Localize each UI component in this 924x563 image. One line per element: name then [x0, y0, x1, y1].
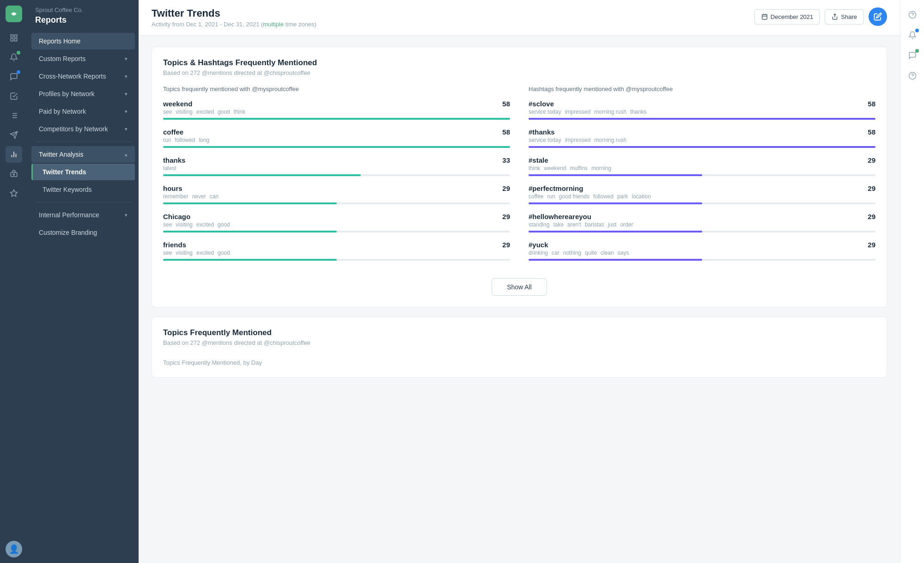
chevron-icon: ▾ [125, 109, 128, 115]
sidebar-item-profiles-by-network[interactable]: Profiles by Network ▾ [31, 86, 135, 102]
topic-tags: remembernevercan [163, 193, 510, 200]
sidebar-label-custom-reports: Custom Reports [39, 55, 85, 62]
topic-tags: seevisitingexcitedgood [163, 250, 510, 256]
multiple-timezones-link[interactable]: multiple [263, 21, 284, 28]
sidebar-label-customize-branding: Customize Branding [39, 229, 97, 236]
sidebar-item-cross-network[interactable]: Cross-Network Reports ▾ [31, 68, 135, 85]
sidebar-item-reports-home[interactable]: Reports Home [31, 33, 135, 49]
logo[interactable] [6, 6, 22, 22]
sidebar-label-paid-by-network: Paid by Network [39, 108, 86, 115]
progress-bar [163, 259, 510, 261]
question-right-icon[interactable] [904, 67, 921, 84]
hashtag-tags: standingtakearen'tbaristasjustorder [529, 221, 875, 228]
chevron-icon: ▾ [125, 73, 128, 80]
sidebar-divider-2 [35, 202, 131, 202]
nav-star-icon[interactable] [6, 185, 22, 202]
hashtag-row-yuck: #yuck 29 drinkingcarnothingquitecleansay… [529, 241, 875, 261]
topic-name: thanks [163, 156, 185, 164]
svg-rect-15 [11, 172, 17, 177]
nav-compose-icon[interactable] [6, 30, 22, 46]
compose-fab-button[interactable] [869, 7, 887, 26]
hashtag-name: #thanks [529, 128, 555, 136]
progress-fill [163, 231, 337, 233]
svg-rect-2 [11, 39, 13, 41]
header-text-group: Twitter Trends Activity from Dec 1, 2021… [152, 7, 316, 28]
hashtag-count: 29 [868, 213, 875, 220]
topic-name: Chicago [163, 213, 190, 220]
message-badge [17, 70, 20, 74]
progress-bar [163, 174, 510, 176]
nav-lists-icon[interactable] [6, 107, 22, 124]
chevron-icon: ▾ [125, 56, 128, 62]
nav-notifications-icon[interactable] [6, 49, 22, 66]
topic-row-hours: hours 29 remembernevercan [163, 184, 510, 204]
hashtag-count: 29 [868, 156, 875, 164]
sidebar-label-twitter-keywords: Twitter Keywords [43, 186, 92, 193]
sidebar-item-internal-performance[interactable]: Internal Performance ▾ [31, 207, 135, 223]
topics-hashtags-card: Topics & Hashtags Frequently Mentioned B… [152, 47, 887, 307]
hashtag-name: #hellowhereareyou [529, 213, 591, 220]
topic-row-friends: friends 29 seevisitingexcitedgood [163, 241, 510, 261]
topic-row-weekend: weekend 58 seevisitingexcitedgoodthink [163, 100, 510, 120]
topic-count: 33 [502, 156, 510, 164]
sidebar-label-reports-home: Reports Home [39, 37, 80, 45]
date-picker-button[interactable]: December 2021 [754, 9, 821, 24]
card2-subtitle: Based on 272 @mentions directed at @chis… [163, 339, 875, 346]
topic-name: weekend [163, 100, 192, 108]
chevron-icon: ▾ [125, 212, 128, 218]
progress-fill [163, 202, 337, 204]
sidebar-item-twitter-analysis[interactable]: Twitter Analysis ▴ [31, 146, 135, 163]
hashtag-tags: service todayimpressedmorning rush [529, 137, 875, 143]
svg-rect-0 [11, 35, 13, 37]
progress-bar [529, 118, 875, 120]
card1-title: Topics & Hashtags Frequently Mentioned [163, 58, 875, 67]
help-icon[interactable] [904, 6, 921, 23]
chevron-icon: ▾ [125, 126, 128, 132]
sidebar-label-profiles-by-network: Profiles by Network [39, 90, 95, 98]
progress-bar [529, 259, 875, 261]
hashtags-column-header: Hashtags frequently mentioned with @mysp… [529, 86, 875, 92]
header-actions: December 2021 Share [754, 7, 887, 26]
sidebar-item-twitter-trends[interactable]: Twitter Trends [31, 164, 135, 180]
svg-point-16 [13, 174, 15, 175]
topic-row-coffee: coffee 58 runfollowedlong [163, 128, 510, 148]
sidebar-item-custom-reports[interactable]: Custom Reports ▾ [31, 50, 135, 67]
sidebar-item-paid-by-network[interactable]: Paid by Network ▾ [31, 103, 135, 120]
nav-messages-icon[interactable] [6, 68, 22, 85]
hashtag-tags: thinkweekendmuffinsmorning [529, 165, 875, 171]
sidebar-label-twitter-analysis: Twitter Analysis [39, 151, 83, 158]
right-rail [900, 0, 924, 563]
topic-name: coffee [163, 128, 183, 136]
topic-row-chicago: Chicago 29 seevisitingexcitedgood [163, 213, 510, 233]
right-notification-badge [915, 29, 919, 32]
sidebar-item-twitter-keywords[interactable]: Twitter Keywords [31, 181, 135, 198]
nav-bot-icon[interactable] [6, 165, 22, 182]
two-col-layout: Topics frequently mentioned with @myspro… [163, 86, 875, 269]
svg-rect-3 [15, 39, 17, 41]
nav-publish-icon[interactable] [6, 127, 22, 143]
share-icon [832, 13, 838, 20]
topics-column: Topics frequently mentioned with @myspro… [163, 86, 510, 269]
calendar-icon [761, 13, 768, 20]
hashtag-tags: coffeerungood friendsfollowedparklocatio… [529, 193, 875, 200]
show-all-button[interactable]: Show All [492, 278, 547, 296]
svg-rect-18 [762, 14, 767, 19]
right-chat-badge [915, 49, 919, 53]
card2-title: Topics Frequently Mentioned [163, 328, 875, 337]
sidebar-label-twitter-trends: Twitter Trends [43, 168, 86, 176]
sidebar-brand: Sprout Coffee Co. [28, 0, 139, 15]
nav-reports-icon[interactable] [6, 146, 22, 163]
progress-bar [163, 146, 510, 148]
progress-bar [529, 202, 875, 204]
hashtag-name: #stale [529, 156, 548, 164]
sidebar-label-competitors-by-network: Competitors by Network [39, 125, 108, 133]
nav-tasks-icon[interactable] [6, 88, 22, 104]
main-area: Twitter Trends Activity from Dec 1, 2021… [139, 0, 900, 563]
user-avatar[interactable]: 👤 [6, 541, 22, 557]
share-button[interactable]: Share [825, 9, 864, 24]
chat-right-icon[interactable] [904, 47, 921, 64]
progress-bar [529, 231, 875, 233]
sidebar-item-competitors-by-network[interactable]: Competitors by Network ▾ [31, 121, 135, 137]
notifications-right-icon[interactable] [904, 27, 921, 43]
sidebar-item-customize-branding[interactable]: Customize Branding [31, 224, 135, 241]
